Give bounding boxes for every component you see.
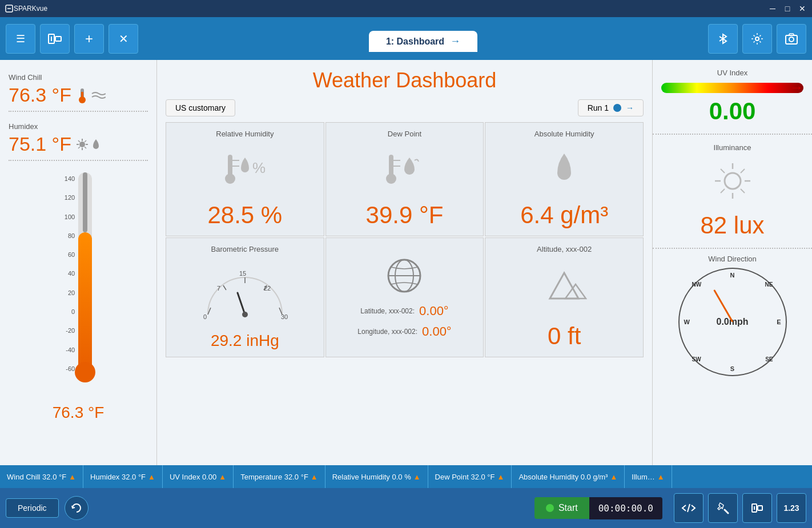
sun-large-icon — [713, 161, 753, 203]
compass-s: S — [730, 365, 734, 372]
tab-area: 1: Dashboard → — [143, 25, 704, 52]
dashboard-title: Weather Dashboard — [166, 68, 644, 92]
uv-label: UV Index — [661, 68, 803, 77]
illum-arrow: ▲ — [657, 473, 665, 481]
compass-ne: NE — [765, 281, 773, 288]
number-button[interactable]: 1.23 — [777, 493, 806, 523]
status-dew-point: Dew Point 32.0 °F ▲ — [428, 465, 512, 488]
settings-icon — [750, 32, 764, 46]
run-arrow-icon: → — [626, 103, 634, 112]
rel-humidity-label: Relative Humidity — [216, 130, 274, 138]
status-humidex: Humidex 32.0 °F ▲ — [83, 465, 163, 488]
dew-point-label: Dew Point — [388, 130, 421, 138]
svg-marker-45 — [565, 284, 586, 299]
screenshot-button[interactable] — [777, 24, 806, 54]
gps-lat-label: Latitude, xxx-002: — [360, 307, 415, 315]
cycle-button[interactable] — [65, 496, 89, 520]
start-label: Start — [558, 503, 578, 513]
abs-humidity-cell: Absolute Humidity 6.4 g/m³ — [485, 122, 644, 236]
svg-point-21 — [225, 174, 235, 184]
abs-humidity-value: 6.4 g/m³ — [520, 201, 608, 229]
compass-w: W — [684, 319, 690, 325]
rel-humidity-cell: Relative Humidity % 28.5 % — [166, 122, 324, 236]
minimize-button[interactable]: ─ — [767, 3, 778, 14]
compass-nw: NW — [692, 281, 702, 288]
start-button[interactable]: Start — [534, 497, 589, 519]
rel-humidity-value: 28.5 % — [207, 201, 282, 229]
altitude-value: 0 ft — [548, 323, 581, 350]
wind-chill-arrow: ▲ — [69, 473, 76, 481]
sensor2-icon — [750, 501, 765, 515]
compass-n: N — [730, 272, 735, 279]
timer-display: 00:00:00.0 — [589, 497, 662, 519]
svg-line-17 — [85, 147, 86, 148]
right-panel: UV Index → 0.00 Illuminance — [652, 60, 812, 465]
wind-label: Wind Direction — [708, 255, 757, 263]
compass-sw: SW — [692, 356, 701, 362]
humidity-icon: % — [225, 149, 265, 191]
code-button[interactable] — [674, 493, 704, 523]
menu-button[interactable]: ☰ — [6, 24, 35, 54]
svg-line-39 — [238, 293, 245, 315]
thermo-temp-display: 76.3 °F — [53, 404, 104, 422]
bottom-right-buttons: 1.23 — [674, 493, 806, 523]
sensor2-button[interactable] — [742, 493, 772, 523]
title-bar: SPARKvue ─ □ ✕ — [0, 0, 812, 17]
remove-button[interactable]: ✕ — [108, 24, 138, 54]
settings-button[interactable] — [742, 24, 772, 54]
wind-chill-value: 76.3 °F — [9, 84, 148, 106]
abs-humidity-icon — [547, 149, 581, 191]
globe-icon — [384, 256, 424, 298]
svg-line-55 — [688, 504, 690, 512]
status-wind-chill: Wind Chill 32.0 °F ▲ — [0, 465, 83, 488]
dew-point-icon — [384, 149, 424, 191]
gps-lon-row: Longitude, xxx-002: 0.00° — [357, 324, 451, 339]
baro-pressure-label: Barometric Pressure — [211, 245, 279, 253]
dew-point-arrow: ▲ — [497, 473, 505, 481]
run-button[interactable]: Run 1 → — [578, 99, 644, 116]
tab-arrow-icon: → — [450, 35, 460, 47]
illuminance-label: Illuminance — [714, 143, 751, 152]
svg-line-54 — [721, 189, 725, 193]
gps-lon-label: Longitude, xxx-002: — [357, 328, 417, 336]
baro-gauge: 0 15 30 7 22 — [196, 257, 294, 328]
status-uv: UV Index 0.00 ▲ — [163, 465, 234, 488]
baro-pressure-cell: Barometric Pressure 0 15 30 — [166, 237, 324, 357]
close-button[interactable]: ✕ — [797, 3, 807, 14]
gps-cell: Latitude, xxx-002: 0.00° Longitude, xxx-… — [325, 237, 484, 357]
uv-section: UV Index → 0.00 — [653, 60, 812, 135]
uv-arrow: ▲ — [219, 473, 226, 481]
dash-header: Weather Dashboard — [166, 68, 644, 92]
tab-label: 1: Dashboard — [386, 37, 444, 47]
run-dot — [613, 104, 621, 112]
dashboard-tab[interactable]: 1: Dashboard → — [369, 31, 477, 52]
start-dot — [546, 504, 554, 512]
run-label: Run 1 — [588, 103, 609, 112]
dashboard-area: Weather Dashboard US customary Run 1 → R… — [157, 60, 652, 465]
status-illum: Illum… ▲ — [625, 465, 672, 488]
add-button[interactable]: + — [74, 24, 104, 54]
wind-chill-label: Wind Chill — [9, 73, 148, 82]
abs-humidity-label: Absolute Humidity — [534, 130, 594, 138]
start-area: Start 00:00:00.0 — [534, 497, 662, 519]
bottom-controls: Periodic Start 00:00:00.0 — [0, 488, 812, 528]
svg-text:30: 30 — [281, 313, 288, 320]
thermo-ball — [75, 362, 95, 382]
maximize-button[interactable]: □ — [782, 3, 793, 14]
mountain-icon — [541, 267, 587, 309]
unit-button[interactable]: US customary — [166, 99, 235, 116]
toolbar: ☰ + ✕ 1: Dashboard → — [0, 17, 812, 60]
svg-point-7 — [789, 37, 794, 42]
svg-line-19 — [78, 147, 80, 148]
thermometer-icon — [76, 87, 89, 103]
svg-line-53 — [741, 169, 745, 173]
sensor-button[interactable] — [40, 24, 70, 54]
periodic-button[interactable]: Periodic — [6, 498, 59, 518]
altitude-label: Altitude, xxx-002 — [537, 245, 592, 253]
bluetooth-button[interactable] — [708, 24, 738, 54]
baro-pressure-value: 29.2 inHg — [211, 332, 279, 350]
svg-point-11 — [79, 142, 85, 147]
tools-button[interactable] — [708, 493, 738, 523]
svg-rect-58 — [758, 506, 762, 510]
sun-small-icon — [76, 138, 89, 151]
